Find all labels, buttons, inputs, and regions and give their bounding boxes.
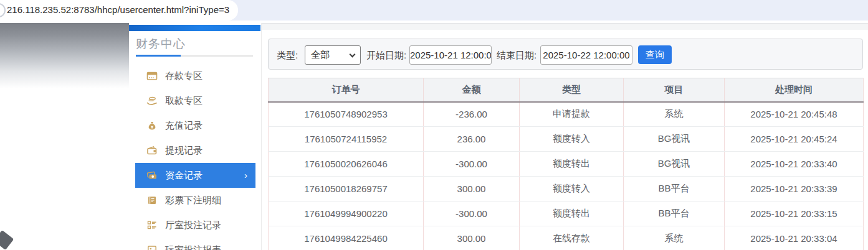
chevron-down-icon — [350, 52, 356, 58]
banknotes-icon — [146, 170, 158, 181]
column-header: 处理时间 — [725, 78, 864, 102]
sidebar-item-label: 彩票下注明细 — [165, 195, 221, 206]
table-row: 1761050724115952236.00额度转入BG视讯2025-10-21… — [269, 127, 864, 152]
type-select[interactable]: 全部 — [305, 45, 361, 65]
table-cell: 1761049984225460 — [269, 226, 424, 250]
type-select-value: 全部 — [311, 49, 330, 61]
background-shape — [0, 230, 14, 250]
browser-toolbar: 216.118.235.52:8783/hhcp/usercenter.html… — [0, 0, 868, 21]
table-cell: 申请提款 — [520, 102, 624, 127]
table-cell: BB平台 — [624, 177, 725, 201]
sidebar-item-8[interactable]: 玩家投注报表 — [135, 238, 255, 250]
end-date-label: 结束日期: — [497, 50, 537, 62]
title-underline — [136, 55, 253, 57]
table-header-row: 订单号金额类型项目处理时间 — [269, 78, 864, 102]
filter-bar: 类型: 全部 开始日期: 结束日期: 查询 — [268, 39, 863, 70]
type-label: 类型: — [277, 50, 298, 62]
table-cell: -300.00 — [424, 201, 520, 226]
finance-sidebar: 财务中心 存款专区取款专区充值记录提现记录资金记录›彩票下注明细厅室投注记录玩家… — [129, 23, 262, 250]
table-cell: 额度转入 — [520, 177, 624, 201]
list-icon — [146, 220, 158, 231]
table-cell: 额度转出 — [520, 152, 624, 177]
table-row: 1761050018269757300.00额度转入BB平台2025-10-21… — [269, 177, 864, 201]
table-cell: 300.00 — [424, 177, 520, 201]
search-button[interactable]: 查询 — [638, 45, 672, 64]
column-header: 类型 — [520, 78, 624, 102]
table-cell: 额度转入 — [520, 127, 624, 152]
table-row: 1761049984225460300.00在线存款系统2025-10-21 2… — [269, 226, 864, 250]
table-cell: BG视讯 — [624, 127, 725, 152]
page-url: 216.118.235.52:8783/hhcp/usercenter.html… — [7, 4, 229, 15]
sidebar-menu: 存款专区取款专区充值记录提现记录资金记录›彩票下注明细厅室投注记录玩家投注报表 — [129, 63, 262, 250]
sidebar-item-3[interactable]: 充值记录 — [135, 113, 255, 138]
sidebar-title: 财务中心 — [136, 36, 186, 52]
table-cell: 300.00 — [424, 226, 520, 250]
sidebar-item-7[interactable]: 厅室投注记录 — [135, 213, 255, 238]
column-header: 订单号 — [269, 78, 424, 102]
table-row: 1761050748902953-236.00申请提款系统2025-10-21 … — [269, 102, 864, 127]
background-banner — [0, 23, 129, 250]
address-bar[interactable]: 216.118.235.52:8783/hhcp/usercenter.html… — [0, 0, 238, 21]
column-header: 金额 — [424, 78, 520, 102]
table-row: 1761049994900220-300.00额度转出BB平台2025-10-2… — [269, 201, 864, 226]
site-info-icon[interactable] — [0, 3, 6, 17]
table-cell: 额度转出 — [520, 201, 624, 226]
deposit-card-icon — [146, 70, 158, 81]
start-date-label: 开始日期: — [366, 50, 406, 62]
table-cell: 1761049994900220 — [269, 201, 424, 226]
table-cell: 236.00 — [424, 127, 520, 152]
table-cell: 1761050748902953 — [269, 102, 424, 127]
report-icon — [146, 244, 158, 250]
sidebar-item-label: 厅室投注记录 — [165, 220, 221, 231]
sidebar-item-label: 取款专区 — [165, 95, 203, 107]
table-cell: 1761050724115952 — [269, 127, 424, 152]
sidebar-item-2[interactable]: 取款专区 — [135, 88, 255, 113]
table-cell: 在线存款 — [520, 226, 624, 250]
sidebar-accent-bar — [129, 25, 260, 31]
table-cell: 1761050018269757 — [269, 177, 424, 201]
table-cell: BG视讯 — [624, 152, 725, 177]
table-cell: 系统 — [624, 226, 725, 250]
sidebar-item-1[interactable]: 存款专区 — [135, 63, 255, 88]
sidebar-item-4[interactable]: 提现记录 — [135, 138, 255, 163]
table-cell: 2025-10-21 20:45:24 — [725, 127, 864, 152]
table-cell: 2025-10-21 20:33:40 — [725, 152, 864, 177]
table-row: 1761050020626046-300.00额度转出BG视讯2025-10-2… — [269, 152, 864, 177]
sidebar-item-label: 提现记录 — [165, 145, 203, 157]
withdraw-hand-icon — [146, 95, 158, 106]
sidebar-item-label: 充值记录 — [165, 120, 203, 132]
table-cell: -300.00 — [424, 152, 520, 177]
table-cell: BB平台 — [624, 201, 725, 226]
sidebar-item-label: 资金记录 — [165, 170, 203, 182]
table-cell: -236.00 — [424, 102, 520, 127]
moneybag-icon — [146, 120, 158, 131]
sidebar-item-6[interactable]: 彩票下注明细 — [135, 188, 255, 213]
start-date-input[interactable] — [409, 45, 492, 65]
column-header: 项目 — [624, 78, 725, 102]
table-cell: 1761050020626046 — [269, 152, 424, 177]
chevron-right-icon: › — [244, 170, 247, 180]
sidebar-item-label: 存款专区 — [165, 70, 203, 82]
table-cell: 2025-10-21 20:33:15 — [725, 201, 864, 226]
page-top-strip — [260, 23, 868, 30]
table-cell: 系统 — [624, 102, 725, 127]
end-date-input[interactable] — [540, 45, 632, 65]
table-cell: 2025-10-21 20:45:48 — [725, 102, 864, 127]
ledger-icon — [146, 195, 158, 206]
table-cell: 2025-10-21 20:33:39 — [725, 177, 864, 201]
table-cell: 2025-10-21 20:33:04 — [725, 226, 864, 250]
wallet-icon — [146, 145, 158, 156]
sidebar-item-5[interactable]: 资金记录› — [135, 163, 255, 188]
fund-records-table: 订单号金额类型项目处理时间 1761050748902953-236.00申请提… — [268, 78, 864, 250]
sidebar-item-label: 玩家投注报表 — [165, 244, 221, 250]
